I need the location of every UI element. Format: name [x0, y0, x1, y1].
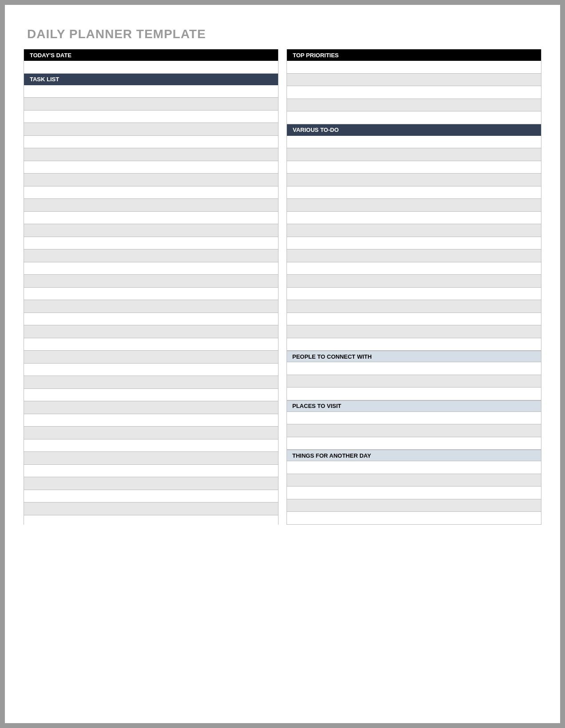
task-row[interactable] [24, 389, 278, 402]
various-todo-header: VARIOUS TO-DO [287, 124, 541, 136]
todo-row[interactable] [287, 249, 541, 262]
task-row[interactable] [24, 288, 278, 301]
right-column: TOP PRIORITIES VARIOUS TO-DO PEOPLE TO C… [286, 49, 541, 525]
task-row[interactable] [24, 148, 278, 161]
task-row[interactable] [24, 325, 278, 338]
task-row[interactable] [24, 490, 278, 503]
task-row[interactable] [24, 351, 278, 364]
task-row[interactable] [24, 427, 278, 439]
todo-row[interactable] [287, 313, 541, 326]
page: DAILY PLANNER TEMPLATE TODAY'S DATE TASK… [4, 4, 561, 724]
todo-row[interactable] [287, 338, 541, 351]
task-row[interactable] [24, 249, 278, 262]
priority-row[interactable] [287, 61, 541, 74]
priority-row[interactable] [287, 74, 541, 87]
task-row[interactable] [24, 439, 278, 452]
another-row[interactable] [287, 487, 541, 499]
columns: TODAY'S DATE TASK LIST TOP PRIORITIES VA… [24, 49, 541, 525]
task-row[interactable] [24, 477, 278, 490]
left-column: TODAY'S DATE TASK LIST [24, 49, 279, 525]
another-row[interactable] [287, 474, 541, 487]
todays-date-header: TODAY'S DATE [24, 49, 278, 61]
another-row[interactable] [287, 461, 541, 474]
todo-row[interactable] [287, 275, 541, 288]
task-row[interactable] [24, 161, 278, 174]
top-priorities-header: TOP PRIORITIES [287, 49, 541, 61]
task-list-header: TASK LIST [24, 74, 278, 85]
another-row[interactable] [287, 499, 541, 512]
places-row[interactable] [287, 437, 541, 450]
todo-row[interactable] [287, 224, 541, 237]
task-row[interactable] [24, 111, 278, 123]
task-row[interactable] [24, 414, 278, 427]
task-row[interactable] [24, 465, 278, 478]
another-row[interactable] [287, 512, 541, 525]
task-row[interactable] [24, 300, 278, 313]
places-row[interactable] [287, 412, 541, 425]
todo-row[interactable] [287, 148, 541, 161]
todo-row[interactable] [287, 262, 541, 275]
todo-row[interactable] [287, 325, 541, 338]
task-row[interactable] [24, 237, 278, 250]
date-row[interactable] [24, 61, 278, 74]
places-row[interactable] [287, 424, 541, 437]
page-title: DAILY PLANNER TEMPLATE [27, 27, 541, 41]
priority-row[interactable] [287, 99, 541, 112]
task-row[interactable] [24, 224, 278, 237]
task-row[interactable] [24, 85, 278, 98]
todo-row[interactable] [287, 186, 541, 199]
task-row[interactable] [24, 313, 278, 326]
task-row[interactable] [24, 275, 278, 288]
todo-row[interactable] [287, 237, 541, 250]
task-row[interactable] [24, 502, 278, 515]
priority-row[interactable] [287, 111, 541, 124]
task-row[interactable] [24, 136, 278, 149]
todo-row[interactable] [287, 300, 541, 313]
todo-row[interactable] [287, 174, 541, 186]
todo-row[interactable] [287, 288, 541, 301]
task-row[interactable] [24, 186, 278, 199]
task-row[interactable] [24, 401, 278, 414]
task-row[interactable] [24, 364, 278, 376]
task-row[interactable] [24, 262, 278, 275]
places-visit-header: PLACES TO VISIT [287, 400, 541, 412]
todo-row[interactable] [287, 136, 541, 149]
todo-row[interactable] [287, 199, 541, 212]
task-row[interactable] [24, 174, 278, 186]
task-row[interactable] [24, 212, 278, 225]
todo-row[interactable] [287, 212, 541, 225]
task-row[interactable] [24, 338, 278, 351]
people-row[interactable] [287, 375, 541, 388]
task-row[interactable] [24, 98, 278, 111]
task-row[interactable] [24, 452, 278, 465]
people-row[interactable] [287, 362, 541, 375]
people-row[interactable] [287, 388, 541, 400]
todo-row[interactable] [287, 161, 541, 174]
priority-row[interactable] [287, 86, 541, 99]
people-connect-header: PEOPLE TO CONNECT WITH [287, 351, 541, 362]
another-day-header: THINGS FOR ANOTHER DAY [287, 450, 541, 461]
task-row[interactable] [24, 123, 278, 136]
task-row[interactable] [24, 376, 278, 389]
task-row[interactable] [24, 199, 278, 212]
